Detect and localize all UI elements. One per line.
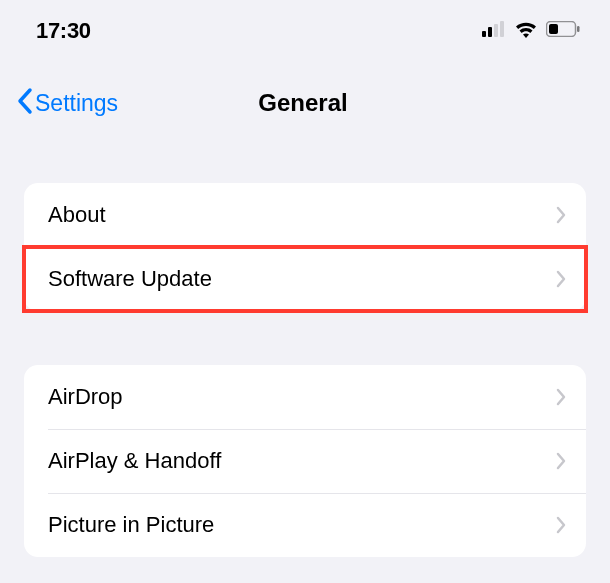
cellular-icon (482, 21, 506, 41)
settings-section-2: AirDrop AirPlay & Handoff Picture in Pic… (24, 365, 586, 557)
svg-rect-3 (500, 21, 504, 37)
row-label: AirPlay & Handoff (48, 448, 556, 474)
row-picture-in-picture[interactable]: Picture in Picture (24, 493, 586, 557)
row-label: About (48, 202, 556, 228)
chevron-left-icon (16, 87, 33, 119)
row-label: Picture in Picture (48, 512, 556, 538)
row-label: AirDrop (48, 384, 556, 410)
settings-section-1: About Software Update (24, 183, 586, 311)
row-about[interactable]: About (24, 183, 586, 247)
navigation-bar: Settings General (0, 54, 610, 135)
chevron-right-icon (556, 452, 566, 470)
svg-rect-5 (549, 24, 558, 34)
chevron-right-icon (556, 388, 566, 406)
back-label: Settings (35, 90, 118, 117)
chevron-right-icon (556, 270, 566, 288)
back-button[interactable]: Settings (16, 87, 118, 119)
row-airdrop[interactable]: AirDrop (24, 365, 586, 429)
svg-rect-6 (577, 26, 580, 32)
battery-icon (546, 21, 580, 41)
row-label: Software Update (48, 266, 556, 292)
row-software-update[interactable]: Software Update (24, 247, 586, 311)
svg-rect-1 (488, 27, 492, 37)
row-airplay-handoff[interactable]: AirPlay & Handoff (24, 429, 586, 493)
status-bar: 17:30 (0, 0, 610, 54)
chevron-right-icon (556, 206, 566, 224)
status-time: 17:30 (36, 18, 91, 44)
svg-rect-0 (482, 31, 486, 37)
chevron-right-icon (556, 516, 566, 534)
svg-rect-2 (494, 24, 498, 37)
wifi-icon (514, 21, 538, 42)
status-icons (482, 21, 580, 42)
